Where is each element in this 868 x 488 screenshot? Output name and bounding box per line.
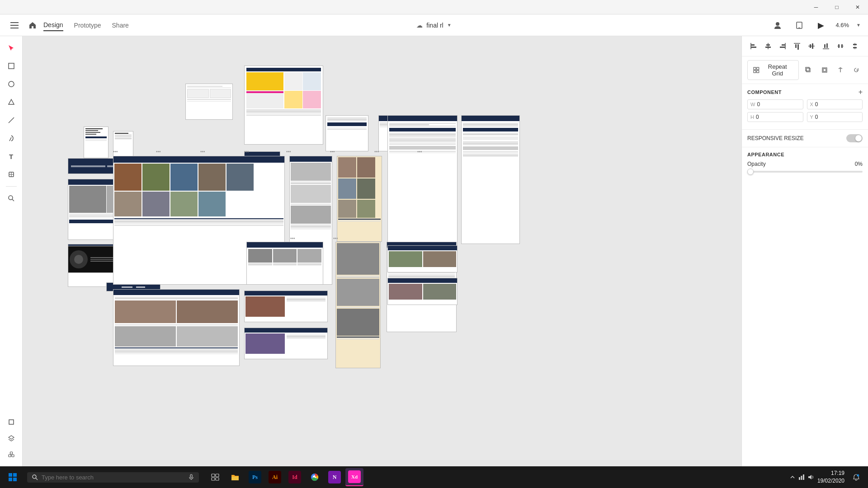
maximize-button[interactable]: □ bbox=[826, 0, 847, 14]
frame-sweater-2[interactable] bbox=[244, 328, 328, 359]
svg-rect-56 bbox=[190, 474, 192, 478]
component-add-button[interactable]: + bbox=[859, 89, 863, 96]
frame-text-2[interactable] bbox=[113, 131, 133, 158]
taskbar-indesign[interactable]: Id bbox=[286, 468, 304, 486]
responsive-resize-toggle[interactable] bbox=[846, 134, 863, 142]
frame-product-bottom-1[interactable] bbox=[246, 242, 323, 285]
align-left-icon[interactable] bbox=[747, 40, 760, 52]
align-right-icon[interactable] bbox=[776, 40, 789, 52]
volume-icon[interactable] bbox=[807, 474, 814, 480]
text-tool[interactable]: T bbox=[3, 148, 19, 164]
triangle-tool[interactable] bbox=[3, 94, 19, 110]
dots-4: ••• bbox=[244, 149, 249, 154]
rectangle-tool[interactable] bbox=[3, 58, 19, 74]
y-field[interactable]: Y 0 bbox=[807, 112, 863, 122]
close-button[interactable]: ✕ bbox=[847, 0, 868, 14]
frame-product-col-2[interactable] bbox=[337, 156, 382, 242]
flip-btn[interactable] bbox=[834, 64, 846, 76]
svg-rect-1 bbox=[10, 25, 19, 26]
taskbar-onenote[interactable]: N bbox=[326, 468, 344, 486]
pen-tool[interactable] bbox=[3, 130, 19, 146]
zoom-level[interactable]: 4.6% bbox=[835, 22, 849, 28]
taskbar-photoshop[interactable]: Ps bbox=[246, 468, 264, 486]
y-value[interactable]: 0 bbox=[815, 114, 859, 120]
user-icon[interactable] bbox=[770, 18, 785, 33]
taskbar-chrome[interactable] bbox=[306, 468, 324, 486]
paste-btn[interactable] bbox=[818, 64, 830, 76]
notification-button[interactable]: 3 bbox=[848, 468, 864, 486]
frame-text-row[interactable] bbox=[326, 115, 368, 151]
opacity-slider-thumb[interactable] bbox=[747, 169, 754, 175]
frame-small-product[interactable] bbox=[387, 245, 458, 272]
network-icon[interactable] bbox=[798, 474, 805, 480]
start-button[interactable] bbox=[4, 468, 22, 486]
frame-product-detail-2[interactable] bbox=[461, 115, 520, 244]
tab-design[interactable]: Design bbox=[43, 19, 63, 31]
hamburger-menu[interactable] bbox=[7, 18, 22, 33]
distribute-v-icon[interactable] bbox=[849, 40, 861, 52]
width-value[interactable]: 0 bbox=[757, 101, 800, 108]
svg-line-13 bbox=[12, 199, 14, 201]
minimize-button[interactable]: ─ bbox=[806, 0, 826, 14]
frame-text-list[interactable] bbox=[84, 127, 108, 158]
frame-colorful[interactable] bbox=[244, 66, 323, 145]
frame-small-product-2[interactable] bbox=[387, 278, 458, 305]
dots-6: ••• bbox=[330, 149, 335, 154]
svg-rect-53 bbox=[13, 478, 17, 481]
project-dropdown-icon[interactable]: ▼ bbox=[447, 23, 452, 28]
plugins-tool[interactable] bbox=[3, 446, 19, 463]
taskbar-illustrator[interactable]: Ai bbox=[266, 468, 284, 486]
chevron-up-icon[interactable] bbox=[789, 474, 796, 480]
taskbar-task-view[interactable] bbox=[206, 468, 224, 486]
frame-product-detail-1[interactable] bbox=[387, 115, 458, 246]
taskbar-time[interactable]: 17:19 19/02/2020 bbox=[817, 469, 844, 485]
dots-3: ••• bbox=[200, 149, 205, 154]
opacity-slider-track[interactable] bbox=[747, 171, 863, 173]
distribute-h-icon[interactable] bbox=[834, 40, 847, 52]
play-icon[interactable]: ▶ bbox=[814, 18, 828, 33]
menu-right-controls: ▶ 4.6% ▼ bbox=[770, 18, 861, 33]
tab-prototype[interactable]: Prototype bbox=[74, 20, 101, 31]
artboard-tool[interactable] bbox=[3, 414, 19, 430]
frame-sweater-1[interactable] bbox=[244, 291, 328, 322]
x-value[interactable]: 0 bbox=[815, 101, 859, 108]
svg-line-55 bbox=[36, 478, 38, 480]
height-field[interactable]: H 0 bbox=[747, 112, 803, 122]
rotate-btn[interactable] bbox=[850, 64, 863, 76]
align-bottom-icon[interactable] bbox=[820, 40, 832, 52]
width-field[interactable]: W 0 bbox=[747, 99, 803, 109]
responsive-resize-row: RESPONSIVE RESIZE bbox=[742, 130, 868, 147]
canvas-content: ••• ••• ••• ••• ••• ••• ••• ••• ••• ••• bbox=[23, 36, 741, 466]
canvas[interactable]: ••• ••• ••• ••• ••• ••• ••• ••• ••• ••• bbox=[23, 36, 741, 466]
align-top-icon[interactable] bbox=[791, 40, 803, 52]
taskbar-xd-active[interactable]: Xd bbox=[345, 468, 363, 486]
search-input[interactable] bbox=[42, 474, 184, 481]
device-preview-icon[interactable] bbox=[792, 18, 807, 33]
x-label: X bbox=[810, 102, 813, 107]
line-tool[interactable] bbox=[3, 112, 19, 128]
dots-7: ••• bbox=[374, 149, 379, 154]
repeat-grid-button[interactable]: Repeat Grid bbox=[747, 60, 799, 80]
taskbar-file-explorer[interactable] bbox=[226, 468, 244, 486]
taskbar-search-box[interactable] bbox=[27, 472, 199, 483]
ellipse-tool[interactable] bbox=[3, 76, 19, 92]
taskbar-right: 17:19 19/02/2020 3 bbox=[789, 468, 864, 486]
layers-tool[interactable] bbox=[3, 430, 19, 446]
copy-btn[interactable] bbox=[802, 64, 815, 76]
dimension-row-2: H 0 Y 0 bbox=[747, 112, 863, 122]
tab-share[interactable]: Share bbox=[112, 20, 129, 31]
search-tool[interactable] bbox=[3, 190, 19, 206]
frame-wireframe[interactable] bbox=[185, 84, 233, 120]
height-value[interactable]: 0 bbox=[756, 114, 800, 120]
home-button[interactable] bbox=[25, 18, 40, 33]
frame-product-vertical[interactable] bbox=[335, 242, 381, 368]
select-tool[interactable] bbox=[3, 40, 19, 56]
microphone-icon[interactable] bbox=[188, 474, 194, 480]
align-center-h-icon[interactable] bbox=[762, 40, 774, 52]
align-middle-v-icon[interactable] bbox=[805, 40, 818, 52]
frame-product-scroll-1[interactable] bbox=[113, 289, 240, 366]
zoom-dropdown-icon[interactable]: ▼ bbox=[856, 23, 861, 28]
component-tool[interactable] bbox=[3, 166, 19, 183]
dimension-row-1: W 0 X 0 bbox=[747, 99, 863, 109]
x-field[interactable]: X 0 bbox=[807, 99, 863, 109]
